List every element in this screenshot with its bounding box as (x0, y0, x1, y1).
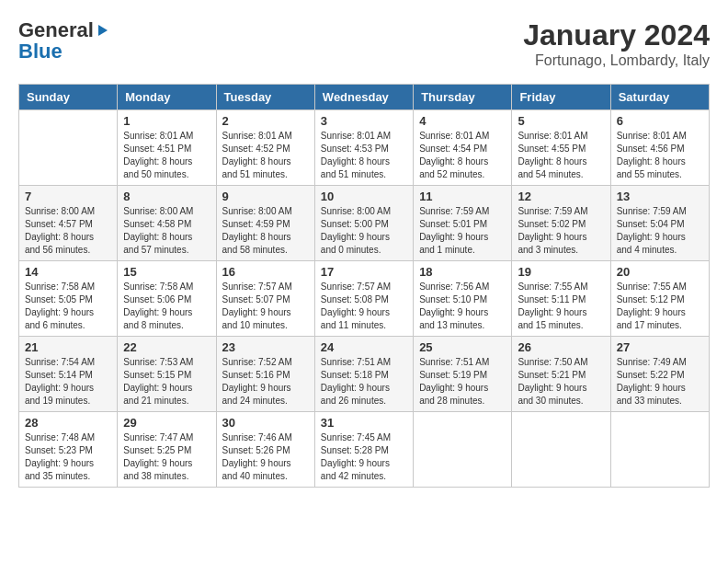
calendar-cell: 10Sunrise: 8:00 AMSunset: 5:00 PMDayligh… (314, 186, 413, 261)
day-info: Sunrise: 7:59 AMSunset: 5:01 PMDaylight:… (419, 205, 506, 257)
day-info: Sunrise: 7:59 AMSunset: 5:02 PMDaylight:… (518, 205, 604, 257)
day-info: Sunrise: 8:01 AMSunset: 4:54 PMDaylight:… (419, 130, 506, 181)
day-number: 2 (222, 114, 309, 128)
day-number: 15 (123, 265, 210, 279)
day-info: Sunrise: 7:48 AMSunset: 5:23 PMDaylight:… (25, 431, 111, 483)
day-info: Sunrise: 7:56 AMSunset: 5:10 PMDaylight:… (419, 281, 506, 332)
calendar-cell: 21Sunrise: 7:54 AMSunset: 5:14 PMDayligh… (19, 337, 118, 412)
calendar-cell (414, 412, 512, 488)
calendar-cell: 29Sunrise: 7:47 AMSunset: 5:25 PMDayligh… (118, 412, 216, 488)
logo-arrow-icon (95, 23, 109, 38)
weekday-header-sunday: Sunday (19, 85, 118, 110)
calendar-cell: 16Sunrise: 7:57 AMSunset: 5:07 PMDayligh… (216, 261, 314, 337)
day-info: Sunrise: 8:01 AMSunset: 4:52 PMDaylight:… (222, 130, 309, 181)
calendar-cell: 18Sunrise: 7:56 AMSunset: 5:10 PMDayligh… (414, 261, 512, 337)
day-info: Sunrise: 7:54 AMSunset: 5:14 PMDaylight:… (25, 356, 111, 408)
day-info: Sunrise: 8:01 AMSunset: 4:53 PMDaylight:… (321, 130, 407, 181)
calendar-cell: 30Sunrise: 7:46 AMSunset: 5:26 PMDayligh… (216, 412, 314, 488)
calendar-cell (19, 110, 118, 186)
day-number: 6 (617, 114, 703, 128)
day-number: 25 (419, 340, 506, 354)
calendar-cell: 27Sunrise: 7:49 AMSunset: 5:22 PMDayligh… (610, 337, 709, 412)
day-number: 11 (419, 190, 506, 203)
day-number: 20 (617, 265, 703, 279)
weekday-header-row: SundayMondayTuesdayWednesdayThursdayFrid… (19, 85, 710, 110)
day-info: Sunrise: 7:49 AMSunset: 5:22 PMDaylight:… (617, 356, 703, 408)
calendar-cell: 1Sunrise: 8:01 AMSunset: 4:51 PMDaylight… (118, 110, 216, 186)
day-number: 30 (222, 416, 309, 430)
logo: General Blue (18, 18, 110, 61)
day-info: Sunrise: 8:00 AMSunset: 4:57 PMDaylight:… (25, 205, 111, 257)
day-info: Sunrise: 8:00 AMSunset: 4:59 PMDaylight:… (222, 205, 309, 257)
page-header: General Blue January 2024 Fortunago, Lom… (18, 18, 710, 69)
day-info: Sunrise: 7:57 AMSunset: 5:08 PMDaylight:… (321, 281, 407, 332)
day-info: Sunrise: 8:01 AMSunset: 4:51 PMDaylight:… (123, 130, 210, 181)
day-info: Sunrise: 7:59 AMSunset: 5:04 PMDaylight:… (617, 205, 703, 257)
svg-marker-0 (98, 25, 108, 36)
day-info: Sunrise: 7:55 AMSunset: 5:11 PMDaylight:… (518, 281, 604, 332)
day-number: 18 (419, 265, 506, 279)
calendar-cell: 4Sunrise: 8:01 AMSunset: 4:54 PMDaylight… (414, 110, 512, 186)
day-number: 29 (123, 416, 210, 430)
day-number: 1 (123, 114, 210, 128)
day-number: 14 (25, 265, 111, 279)
day-info: Sunrise: 7:51 AMSunset: 5:19 PMDaylight:… (419, 356, 506, 408)
location-title: Fortunago, Lombardy, Italy (523, 52, 710, 69)
day-info: Sunrise: 7:52 AMSunset: 5:16 PMDaylight:… (222, 356, 309, 408)
day-number: 28 (25, 416, 111, 430)
day-number: 23 (222, 340, 309, 354)
calendar-cell: 22Sunrise: 7:53 AMSunset: 5:15 PMDayligh… (118, 337, 216, 412)
day-info: Sunrise: 7:50 AMSunset: 5:21 PMDaylight:… (518, 356, 604, 408)
calendar-cell: 26Sunrise: 7:50 AMSunset: 5:21 PMDayligh… (512, 337, 610, 412)
calendar-cell: 15Sunrise: 7:58 AMSunset: 5:06 PMDayligh… (118, 261, 216, 337)
day-info: Sunrise: 7:58 AMSunset: 5:06 PMDaylight:… (123, 281, 210, 332)
day-info: Sunrise: 7:47 AMSunset: 5:25 PMDaylight:… (123, 431, 210, 483)
day-info: Sunrise: 7:53 AMSunset: 5:15 PMDaylight:… (123, 356, 210, 408)
day-number: 24 (321, 340, 407, 354)
day-number: 22 (123, 340, 210, 354)
day-info: Sunrise: 7:58 AMSunset: 5:05 PMDaylight:… (25, 281, 111, 332)
day-info: Sunrise: 7:45 AMSunset: 5:28 PMDaylight:… (321, 431, 407, 483)
day-info: Sunrise: 8:01 AMSunset: 4:55 PMDaylight:… (518, 130, 604, 181)
calendar-week-row: 28Sunrise: 7:48 AMSunset: 5:23 PMDayligh… (19, 412, 710, 488)
day-info: Sunrise: 7:46 AMSunset: 5:26 PMDaylight:… (222, 431, 309, 483)
calendar-cell: 28Sunrise: 7:48 AMSunset: 5:23 PMDayligh… (19, 412, 118, 488)
day-number: 19 (518, 265, 604, 279)
day-info: Sunrise: 8:00 AMSunset: 5:00 PMDaylight:… (321, 205, 407, 257)
calendar-cell: 20Sunrise: 7:55 AMSunset: 5:12 PMDayligh… (610, 261, 709, 337)
calendar-week-row: 1Sunrise: 8:01 AMSunset: 4:51 PMDaylight… (19, 110, 710, 186)
calendar-table: SundayMondayTuesdayWednesdayThursdayFrid… (18, 84, 710, 488)
weekday-header-friday: Friday (512, 85, 610, 110)
calendar-cell: 3Sunrise: 8:01 AMSunset: 4:53 PMDaylight… (314, 110, 413, 186)
calendar-cell: 9Sunrise: 8:00 AMSunset: 4:59 PMDaylight… (216, 186, 314, 261)
calendar-cell: 24Sunrise: 7:51 AMSunset: 5:18 PMDayligh… (314, 337, 413, 412)
day-info: Sunrise: 8:01 AMSunset: 4:56 PMDaylight:… (617, 130, 703, 181)
day-info: Sunrise: 7:55 AMSunset: 5:12 PMDaylight:… (617, 281, 703, 332)
weekday-header-wednesday: Wednesday (314, 85, 413, 110)
calendar-week-row: 21Sunrise: 7:54 AMSunset: 5:14 PMDayligh… (19, 337, 710, 412)
calendar-week-row: 14Sunrise: 7:58 AMSunset: 5:05 PMDayligh… (19, 261, 710, 337)
day-number: 7 (25, 190, 111, 203)
calendar-cell: 5Sunrise: 8:01 AMSunset: 4:55 PMDaylight… (512, 110, 610, 186)
day-number: 21 (25, 340, 111, 354)
calendar-cell: 25Sunrise: 7:51 AMSunset: 5:19 PMDayligh… (414, 337, 512, 412)
day-number: 27 (617, 340, 703, 354)
calendar-cell: 2Sunrise: 8:01 AMSunset: 4:52 PMDaylight… (216, 110, 314, 186)
calendar-cell: 7Sunrise: 8:00 AMSunset: 4:57 PMDaylight… (19, 186, 118, 261)
weekday-header-thursday: Thursday (414, 85, 512, 110)
day-number: 26 (518, 340, 604, 354)
day-number: 16 (222, 265, 309, 279)
calendar-cell: 6Sunrise: 8:01 AMSunset: 4:56 PMDaylight… (610, 110, 709, 186)
title-area: January 2024 Fortunago, Lombardy, Italy (523, 18, 710, 69)
day-info: Sunrise: 7:51 AMSunset: 5:18 PMDaylight:… (321, 356, 407, 408)
calendar-cell: 14Sunrise: 7:58 AMSunset: 5:05 PMDayligh… (19, 261, 118, 337)
calendar-cell (512, 412, 610, 488)
day-number: 31 (321, 416, 407, 430)
day-number: 8 (123, 190, 210, 203)
day-number: 17 (321, 265, 407, 279)
calendar-cell: 17Sunrise: 7:57 AMSunset: 5:08 PMDayligh… (314, 261, 413, 337)
day-number: 9 (222, 190, 309, 203)
calendar-cell: 11Sunrise: 7:59 AMSunset: 5:01 PMDayligh… (414, 186, 512, 261)
day-info: Sunrise: 7:57 AMSunset: 5:07 PMDaylight:… (222, 281, 309, 332)
month-title: January 2024 (523, 18, 710, 52)
